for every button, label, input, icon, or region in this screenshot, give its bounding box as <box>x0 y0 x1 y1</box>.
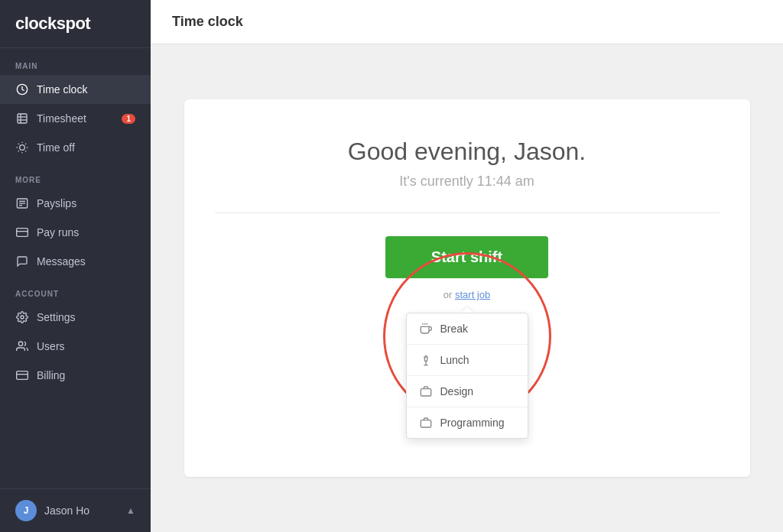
svg-point-21 <box>18 342 22 345</box>
time-clock-card: Good evening, Jason. It's currently 11:4… <box>184 99 750 477</box>
sidebar-item-users[interactable]: Users <box>0 332 151 361</box>
topbar: Time clock <box>151 0 783 44</box>
logo-text: clockspot <box>15 14 90 33</box>
sidebar-section-more: MORE <box>0 162 151 189</box>
sidebar-item-time-off[interactable]: Time off <box>0 133 151 162</box>
main-area: Time clock Good evening, Jason. It's cur… <box>151 0 783 532</box>
content-area: Good evening, Jason. It's currently 11:4… <box>151 44 783 532</box>
programming-icon <box>419 416 433 430</box>
sun-icon <box>15 141 29 154</box>
job-dropdown: Break Lunch Design <box>406 307 528 439</box>
svg-rect-1 <box>18 114 27 123</box>
clock-icon <box>15 83 29 96</box>
current-time-text: It's currently 11:44 am <box>399 174 534 190</box>
dropdown-item-programming[interactable]: Programming <box>407 407 528 438</box>
svg-point-5 <box>20 145 25 151</box>
timesheet-badge: 1 <box>122 114 135 124</box>
start-shift-button[interactable]: Start shift <box>385 236 548 278</box>
or-text: or <box>443 289 453 300</box>
dropdown-item-label: Design <box>440 385 474 397</box>
svg-line-12 <box>18 151 19 151</box>
gear-icon <box>15 310 29 324</box>
sidebar-item-label: Time off <box>37 141 75 154</box>
svg-line-8 <box>18 144 19 144</box>
page-title: Time clock <box>172 14 243 29</box>
svg-rect-22 <box>17 371 28 380</box>
sidebar-item-messages[interactable]: Messages <box>0 247 151 276</box>
sidebar-item-time-clock[interactable]: Time clock <box>0 75 151 104</box>
sidebar: clockspot MAIN Time clock Timesheet 1 Ti… <box>0 0 151 532</box>
avatar: J <box>15 500 37 521</box>
svg-point-20 <box>21 316 24 319</box>
dropdown-item-lunch[interactable]: Lunch <box>407 345 528 376</box>
chevron-up-icon: ▲ <box>126 505 135 516</box>
or-start-job-text: or start job <box>443 289 490 300</box>
chat-icon <box>15 255 29 268</box>
svg-rect-31 <box>421 420 430 427</box>
dropdown-item-label: Lunch <box>440 354 469 366</box>
break-icon <box>419 322 433 336</box>
sidebar-item-label: Timesheet <box>37 112 86 125</box>
list-icon <box>15 112 29 125</box>
sidebar-item-pay-runs[interactable]: Pay runs <box>0 218 151 247</box>
sidebar-item-label: Messages <box>37 255 86 268</box>
people-icon <box>15 339 29 353</box>
dropdown-arrow <box>461 307 473 313</box>
start-job-link[interactable]: start job <box>455 289 490 300</box>
sidebar-item-label: Users <box>37 340 65 352</box>
doc-icon <box>15 196 29 210</box>
sidebar-item-timesheet[interactable]: Timesheet 1 <box>0 104 151 133</box>
avatar-initials: J <box>24 505 29 516</box>
dropdown-menu: Break Lunch Design <box>406 313 528 439</box>
sidebar-item-label: Pay runs <box>37 226 79 238</box>
sidebar-item-settings[interactable]: Settings <box>0 303 151 332</box>
user-profile[interactable]: J Jason Ho ▲ <box>0 488 151 532</box>
dropdown-item-break[interactable]: Break <box>407 313 528 345</box>
card-icon <box>15 225 29 239</box>
svg-rect-30 <box>421 389 430 396</box>
sidebar-section-account: ACCOUNT <box>0 276 151 303</box>
credit-icon <box>15 368 29 382</box>
sidebar-item-label: Billing <box>37 369 65 381</box>
design-icon <box>419 384 433 398</box>
greeting-text: Good evening, Jason. <box>348 138 586 166</box>
sidebar-item-label: Payslips <box>37 197 76 209</box>
dropdown-item-label: Programming <box>440 417 505 429</box>
sidebar-section-main: MAIN <box>0 48 151 75</box>
svg-line-9 <box>25 151 26 151</box>
sidebar-item-label: Time clock <box>37 83 87 96</box>
sidebar-item-payslips[interactable]: Payslips <box>0 189 151 218</box>
sidebar-item-label: Settings <box>37 311 76 323</box>
sidebar-item-billing[interactable]: Billing <box>0 361 151 390</box>
dropdown-item-label: Break <box>440 323 469 335</box>
svg-line-13 <box>25 144 26 144</box>
dropdown-item-design[interactable]: Design <box>407 376 528 407</box>
lunch-icon <box>419 353 433 367</box>
divider <box>215 212 720 213</box>
user-name: Jason Ho <box>44 504 119 517</box>
svg-rect-18 <box>17 229 28 237</box>
start-shift-label: Start shift <box>431 248 502 265</box>
logo: clockspot <box>0 0 151 48</box>
